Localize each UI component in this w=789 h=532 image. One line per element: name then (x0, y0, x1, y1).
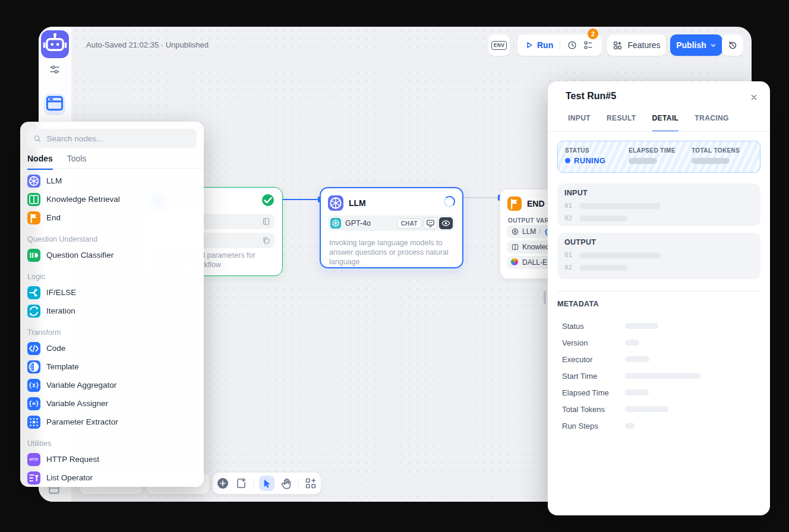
line-number: 02 (564, 264, 572, 271)
metadata-row: Start Time (562, 368, 756, 384)
node-item-label: Code (46, 344, 65, 353)
add-note-button[interactable] (235, 477, 248, 490)
checklist-icon[interactable] (583, 40, 594, 50)
metadata-row: Version (562, 334, 756, 351)
run-tab-result[interactable]: RESULT (607, 114, 636, 132)
run-tab-tracing[interactable]: TRACING (695, 114, 728, 132)
run-tab-input[interactable]: INPUT (568, 114, 591, 132)
play-icon[interactable] (525, 40, 534, 50)
input-skeleton (579, 216, 627, 221)
input-skeleton (579, 203, 661, 209)
tab-nodes[interactable]: Nodes (27, 154, 53, 170)
tab-tools[interactable]: Tools (67, 154, 87, 170)
node-list-item[interactable]: List Operator (27, 468, 200, 487)
node-item-label: Question Classifier (46, 251, 113, 259)
metadata-skeleton (625, 423, 635, 429)
run-panel-title: Test Run#5 (566, 91, 616, 102)
output-card: OUTPUT 01 02 (557, 233, 760, 279)
vision-eye-icon (439, 217, 453, 229)
llm-mini-icon (511, 227, 519, 236)
node-list-item[interactable]: Iteration (27, 302, 200, 320)
metadata-skeleton (625, 390, 649, 395)
app-logo[interactable] (41, 30, 69, 58)
node-list-item[interactable]: Template (27, 357, 200, 376)
node-list-item[interactable]: Parameter Extractor (27, 413, 200, 431)
flag-icon (507, 197, 522, 211)
metadata-row: Run Steps (562, 417, 756, 434)
run-history-icon[interactable] (567, 40, 577, 50)
node-list-item[interactable]: HTTPHTTP Request (27, 450, 200, 468)
template-icon (27, 360, 40, 373)
metadata-row-label: Run Steps (562, 422, 625, 430)
metadata-row-label: Start Time (562, 372, 625, 381)
elapsed-time-label: ELAPSED TIME (629, 147, 676, 154)
line-number: 02 (564, 214, 572, 222)
chat-mode-badge: CHAT (397, 218, 422, 229)
llm-icon (328, 195, 343, 211)
toolbar-divider (298, 479, 299, 488)
features-button[interactable]: Features (607, 34, 666, 56)
gpt4o-icon (330, 218, 341, 229)
node-list: LLMKnowledge RetrievalEndQuestion Unders… (27, 172, 200, 487)
node-list-item[interactable]: {x}Variable Aggregator (27, 376, 200, 394)
line-number: 01 (564, 251, 572, 259)
output-label: OUTPUT (564, 238, 753, 246)
extractor-icon (27, 416, 40, 429)
end-variable-source: DALL-E (522, 258, 547, 267)
edge-llm-end (461, 197, 500, 198)
book-mini-icon (511, 243, 519, 251)
publish-button[interactable]: Publish (670, 34, 722, 56)
branch-icon (27, 286, 40, 299)
topbar-divider (513, 41, 514, 49)
metadata-row-label: Version (562, 338, 625, 347)
search-input[interactable] (46, 134, 191, 144)
version-history-button[interactable] (722, 34, 743, 56)
checklist-badge: 2 (588, 28, 598, 39)
node-list-item[interactable]: Code (27, 339, 200, 357)
metadata-skeleton (625, 340, 639, 346)
copy-icon (262, 236, 270, 245)
http-icon: HTTP (27, 453, 40, 466)
llm-node[interactable]: LLM GPT-4o CHAT Invoking large language … (320, 187, 463, 268)
loop-icon (27, 305, 40, 318)
node-item-label: IF/ELSE (46, 288, 76, 297)
node-list-item[interactable]: Knowledge Retrieval (27, 190, 200, 208)
panel-toggle-button[interactable] (44, 94, 65, 115)
node-item-label: Knowledge Retrieval (46, 195, 120, 204)
pointer-mode-button[interactable] (259, 476, 274, 491)
llm-model-name: GPT-4o (345, 219, 371, 227)
node-list-item[interactable]: Question Classifier (27, 246, 200, 264)
run-tab-detail[interactable]: DETAIL (652, 114, 679, 132)
env-button[interactable]: ENV (488, 34, 510, 56)
node-group-title: Question Understand (27, 233, 200, 246)
metadata-skeleton (625, 373, 701, 379)
node-group-title: Utilities (27, 437, 200, 450)
canvas-scrollbar[interactable] (544, 291, 546, 304)
node-item-label: Parameter Extractor (46, 417, 118, 426)
run-button[interactable]: Run (537, 40, 553, 50)
organize-button[interactable] (304, 477, 317, 490)
node-list-item[interactable]: End (27, 208, 200, 227)
tabs-divider (20, 168, 204, 169)
add-node-button[interactable] (216, 477, 229, 490)
node-list-item[interactable]: IF/ELSE (27, 283, 200, 302)
metadata-row-label: Total Tokens (562, 405, 625, 414)
llm-icon (27, 175, 40, 188)
hand-mode-button[interactable] (280, 477, 293, 490)
end-variable-source: LLM (522, 227, 536, 236)
llm-model-row[interactable]: GPT-4o CHAT (328, 216, 455, 231)
line-number: 01 (564, 202, 572, 210)
node-list-item[interactable]: {=}Variable Assigner (27, 394, 200, 413)
search-icon (33, 134, 42, 143)
run-panel-tabs: INPUTRESULTDETAILTRACING (568, 114, 729, 132)
metadata-row-label: Elapsed Time (562, 388, 625, 397)
input-label: INPUT (564, 189, 753, 197)
features-label: Features (627, 40, 660, 50)
close-icon (750, 93, 758, 102)
node-list-item[interactable]: LLM (27, 172, 200, 190)
close-button[interactable] (747, 91, 760, 104)
workflow-settings-icon[interactable] (49, 64, 61, 75)
book-icon (27, 193, 40, 206)
metadata-row-label: Executor (562, 355, 625, 364)
metadata-row: Total Tokens (562, 401, 756, 417)
